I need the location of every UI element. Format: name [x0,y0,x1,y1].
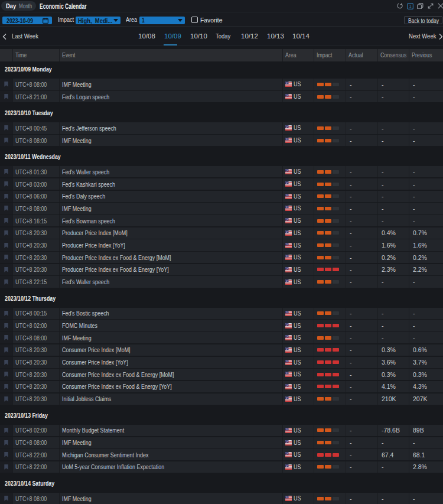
svg-text:1: 1 [409,4,411,9]
